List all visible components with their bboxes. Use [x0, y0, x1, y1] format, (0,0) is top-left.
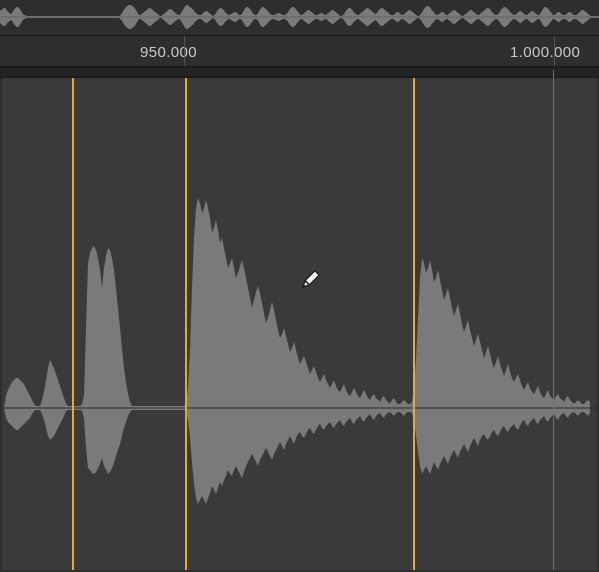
- divider: [0, 66, 599, 78]
- ruler-label: 1.000.000: [510, 43, 580, 60]
- transient-marker[interactable]: [413, 78, 415, 570]
- transient-marker[interactable]: [72, 78, 74, 570]
- transient-marker[interactable]: [185, 78, 187, 570]
- ruler-tick: [554, 36, 555, 66]
- time-ruler[interactable]: 950.000 1.000.000: [0, 36, 599, 66]
- ruler-tick: [184, 36, 185, 66]
- waveform-editor[interactable]: [2, 78, 597, 570]
- main-waveform-path: [2, 198, 590, 504]
- playhead[interactable]: [553, 70, 554, 570]
- overview-waveform[interactable]: [0, 0, 599, 35]
- ruler-label: 950.000: [140, 43, 197, 60]
